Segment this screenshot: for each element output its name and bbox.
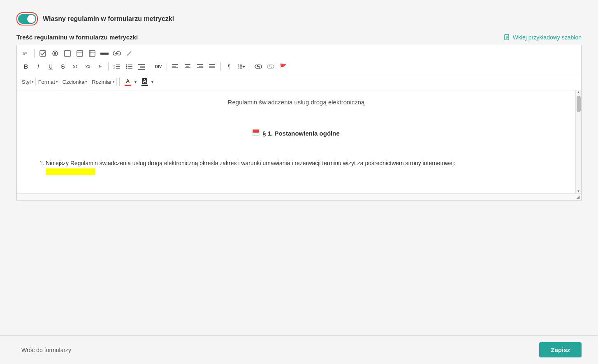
checkbox-icon (39, 50, 46, 57)
style-dropdown-arrow: ▾ (32, 80, 34, 84)
frame-btn[interactable] (62, 48, 73, 59)
size-select-wrapper: Rozmiar ▾ (90, 78, 116, 86)
save-button[interactable]: Zapisz (539, 342, 582, 357)
format-select-wrapper: Format ▾ (37, 78, 60, 86)
align-left-btn[interactable] (169, 61, 181, 72)
flag-btn[interactable]: 🚩 (277, 61, 289, 72)
align-right-btn[interactable] (194, 61, 206, 72)
superscript-btn[interactable]: x2 (82, 61, 93, 72)
editor-container: bᵃ (16, 45, 582, 201)
svg-point-28 (126, 68, 127, 69)
frame-icon (64, 50, 71, 57)
toolbar: bᵃ (17, 45, 581, 90)
back-button[interactable]: Wróć do formularzy (16, 343, 76, 357)
editor-body[interactable]: Regulamin świadczenia usług drogą elektr… (17, 90, 581, 193)
special-char-icon: bᵃ (22, 50, 30, 57)
editor-list: Niniejszy Regulamin świadczenia usług dr… (29, 159, 563, 178)
template-link[interactable]: Wklej przykładowy szablon (504, 34, 582, 41)
unordered-list-btn[interactable] (123, 61, 135, 72)
scroll-up-arrow[interactable]: ▲ (577, 90, 580, 94)
size-label: Rozmiar (92, 79, 111, 85)
para-btn[interactable]: ¶ (223, 61, 235, 72)
align-justify-btn[interactable] (206, 61, 218, 72)
toggle-wrapper (16, 12, 38, 25)
editor-content: Regulamin świadczenia usług drogą elektr… (29, 99, 571, 178)
footer-bar: Wróć do formularzy Zapisz (0, 335, 598, 364)
radio-btn[interactable] (49, 48, 61, 59)
link-icon (255, 64, 262, 69)
clear-format-btn[interactable]: Ix (94, 61, 106, 72)
custom-terms-toggle[interactable] (18, 14, 36, 24)
size-dropdown-arrow: ▾ (113, 80, 115, 84)
unlink-btn[interactable] (265, 61, 276, 72)
template-link-text: Wklej przykładowy szablon (513, 34, 582, 41)
bar-btn[interactable] (99, 48, 110, 59)
svg-point-27 (126, 66, 127, 67)
section-header: Treść regulaminu w formularzu metryczki … (16, 34, 582, 41)
font-dropdown-arrow: ▾ (85, 80, 87, 84)
format-dropdown-arrow: ▾ (56, 80, 58, 84)
document-icon (504, 34, 510, 41)
editor-section-heading: § 1. Postanowienia ogólne (29, 129, 563, 137)
underline-btn[interactable]: U (45, 61, 56, 72)
frame3-btn[interactable] (86, 48, 98, 59)
editor-title: Regulamin świadczenia usług drogą elektr… (29, 99, 563, 106)
scrollbar-track: ▲ ▼ (575, 90, 581, 193)
checkbox-btn[interactable] (37, 48, 49, 59)
link-btn[interactable] (253, 61, 264, 72)
font-color-letter: A (126, 78, 130, 84)
bold-btn[interactable]: B (20, 61, 32, 72)
toolbar-row-3: Styl ▾ Format ▾ Czcionka ▾ Rozmiar ▾ (20, 74, 578, 88)
bg-color-btn[interactable]: A (139, 76, 151, 88)
list-item-1-text: Niniejszy Regulamin świadczenia usług dr… (46, 160, 455, 166)
toggle-row: Własny regulamin w formularzu metryczki (16, 12, 582, 25)
bg-color-letter: A (142, 78, 147, 84)
svg-rect-9 (77, 51, 83, 56)
svg-text:bᵃ: bᵃ (23, 51, 27, 56)
sep7 (119, 78, 120, 86)
svg-rect-11 (89, 51, 95, 56)
scroll-down-arrow[interactable]: ▼ (577, 189, 580, 193)
ordered-list-icon: 1 2 3 (113, 63, 121, 70)
ordered-list-btn[interactable]: 1 2 3 (111, 61, 123, 72)
section-title: Treść regulaminu w formularzu metryczki (16, 34, 138, 41)
link-img-btn[interactable] (111, 48, 123, 59)
strike-btn[interactable]: S (57, 61, 69, 72)
div-btn[interactable]: DIV (153, 61, 164, 72)
svg-rect-14 (100, 53, 109, 55)
bg-color-arrow[interactable]: ▾ (151, 80, 153, 84)
svg-rect-47 (253, 129, 259, 133)
align-right-icon (197, 64, 203, 69)
resize-icon[interactable]: ◢ (576, 194, 579, 200)
bar-icon (100, 51, 109, 55)
lang-btn[interactable]: 語▾ (236, 61, 247, 72)
sep6 (250, 62, 250, 71)
frame2-btn[interactable] (74, 48, 86, 59)
toolbar-row-2: B I U S x2 x2 Ix 1 2 3 (20, 61, 578, 72)
scrollbar-thumb[interactable] (577, 96, 581, 112)
format-label: Format (38, 79, 55, 85)
font-select-wrapper: Czcionka ▾ (61, 78, 89, 86)
italic-btn[interactable]: I (32, 61, 44, 72)
editor-resize-handle: ◢ (17, 193, 581, 200)
svg-point-26 (126, 65, 127, 66)
toggle-knob (27, 15, 35, 23)
unordered-list-icon (125, 63, 133, 70)
svg-rect-48 (253, 133, 259, 136)
unlink-icon (267, 64, 274, 69)
indent-btn[interactable] (136, 61, 147, 72)
style-select-wrapper: Styl ▾ (20, 78, 36, 86)
edit-icon (126, 50, 132, 57)
font-color-btn[interactable]: A (122, 76, 134, 88)
sep4 (167, 62, 167, 71)
font-color-arrow[interactable]: ▾ (134, 80, 137, 84)
svg-point-7 (54, 52, 56, 55)
edit-btn[interactable] (123, 48, 135, 59)
align-left-icon (172, 64, 178, 69)
frame2-icon (76, 50, 83, 57)
subscript-btn[interactable]: x2 (70, 61, 81, 72)
special-char-btn[interactable]: bᵃ (20, 48, 32, 59)
align-center-btn[interactable] (182, 61, 193, 72)
red-flag-icon (253, 129, 260, 136)
sep3 (150, 62, 150, 71)
